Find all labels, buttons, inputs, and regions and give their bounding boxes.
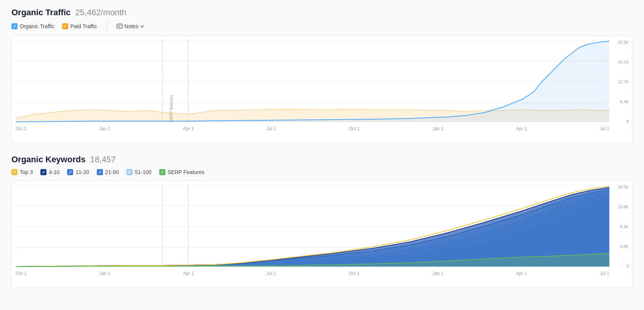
y-label-5: 0 [618,119,629,124]
organic-keywords-svg [16,185,609,268]
organic-keywords-legend: Top 3 4-10 11-20 21-50 51-100 SERP Featu… [11,169,633,175]
serp-label: SERP Features [168,169,205,175]
y2-label-3: 9.2K [618,224,629,229]
legend-21-50[interactable]: 21-50 [97,169,119,175]
y2-label-4: 4.6K [618,244,629,249]
x2-label-4: Jul 1 [266,271,276,276]
4-10-label: 4-10 [49,169,59,175]
4-10-checkbox[interactable] [40,169,46,175]
legend-top3[interactable]: Top 3 [11,169,33,175]
y2-label-5: 0 [618,264,629,268]
serp-checkbox[interactable] [159,169,165,175]
x-label-4: Jul 1 [266,126,276,131]
organic-traffic-section: Organic Traffic 25,462/month Organic Tra… [11,8,633,143]
notes-button[interactable]: Notes [117,23,144,29]
chevron-down-icon [140,25,144,28]
y-axis-labels-2: 18.5K 13.8K 9.2K 4.6K 0 [616,185,630,268]
x2-label-2: Jan 1 [99,271,110,276]
legend-51-100[interactable]: 51-100 [127,169,152,175]
x-label-7: Apr 1 [516,126,527,131]
organic-keywords-title: Organic Keywords [11,155,85,165]
y-axis-labels: 25.5K 19.1K 12.7K 6.4K 0 [616,40,630,124]
y-label-4: 6.4K [618,99,629,104]
x2-label-7: Apr 1 [516,271,527,276]
y2-label-2: 13.8K [618,205,629,209]
organic-traffic-header: Organic Traffic 25,462/month [11,8,633,18]
legend-serp[interactable]: SERP Features [159,169,205,175]
legend-divider [107,22,107,30]
organic-traffic-value: 25,462/month [75,8,127,18]
x-axis-labels-2: Oct 1 Jan 1 Apr 1 Jul 1 Oct 1 Jan 1 Apr … [16,268,609,276]
x2-label-5: Oct 1 [349,271,360,276]
x-label-6: Jan 1 [432,126,443,131]
legend-organic-traffic[interactable]: Organic Traffic [11,23,54,29]
x2-label-8: Jul 1 [600,271,609,276]
x-axis-labels: Oct 1 Jan 1 Apr 1 Jul 1 Oct 1 Jan 1 Apr … [16,124,609,131]
organic-traffic-checkbox[interactable] [11,23,18,29]
organic-traffic-svg: SERP features [16,40,609,124]
51-100-checkbox[interactable] [127,169,133,175]
x2-label-1: Oct 1 [16,271,27,276]
y-label-1: 25.5K [618,40,629,45]
21-50-checkbox[interactable] [97,169,103,175]
21-50-label: 21-50 [105,169,119,175]
organic-keywords-header: Organic Keywords 18,457 [11,155,633,165]
x-label-8: Jul 1 [600,126,609,131]
legend-paid-traffic[interactable]: Paid Traffic [62,23,97,29]
y2-label-1: 18.5K [618,185,629,189]
organic-keywords-chart-area: 18.5K 13.8K 9.2K 4.6K 0 [16,185,609,268]
x2-label-3: Apr 1 [183,271,194,276]
x-label-3: Apr 1 [183,126,194,131]
notes-label: Notes [125,23,139,29]
organic-keywords-chart-wrapper: 18.5K 13.8K 9.2K 4.6K 0 Oct 1 Jan 1 Apr … [11,181,633,288]
x-label-5: Oct 1 [349,126,360,131]
svg-rect-0 [117,24,122,28]
organic-keywords-section: Organic Keywords 18,457 Top 3 4-10 11-20… [11,155,633,288]
11-20-checkbox[interactable] [67,169,73,175]
organic-traffic-legend-label: Organic Traffic [20,23,54,29]
top3-label: Top 3 [20,169,33,175]
paid-traffic-checkbox[interactable] [62,23,68,29]
legend-4-10[interactable]: 4-10 [40,169,59,175]
organic-traffic-title: Organic Traffic [11,8,70,18]
notes-icon [117,24,123,29]
organic-keywords-value: 18,457 [90,155,115,165]
organic-traffic-chart-area: SERP features 25.5K 19.1K 12.7K 6.4K 0 [16,40,609,124]
x-label-2: Jan 1 [99,126,110,131]
y-label-3: 12.7K [618,80,629,84]
y-label-2: 19.1K [618,60,629,64]
top3-checkbox[interactable] [11,169,18,175]
11-20-label: 11-20 [75,169,89,175]
x-label-1: Oct 1 [16,126,27,131]
organic-traffic-legend: Organic Traffic Paid Traffic Notes [11,22,633,30]
legend-11-20[interactable]: 11-20 [67,169,89,175]
x2-label-6: Jan 1 [432,271,443,276]
51-100-label: 51-100 [135,169,152,175]
organic-traffic-chart-wrapper: SERP features 25.5K 19.1K 12.7K 6.4K 0 [11,36,633,143]
paid-traffic-legend-label: Paid Traffic [70,23,97,29]
